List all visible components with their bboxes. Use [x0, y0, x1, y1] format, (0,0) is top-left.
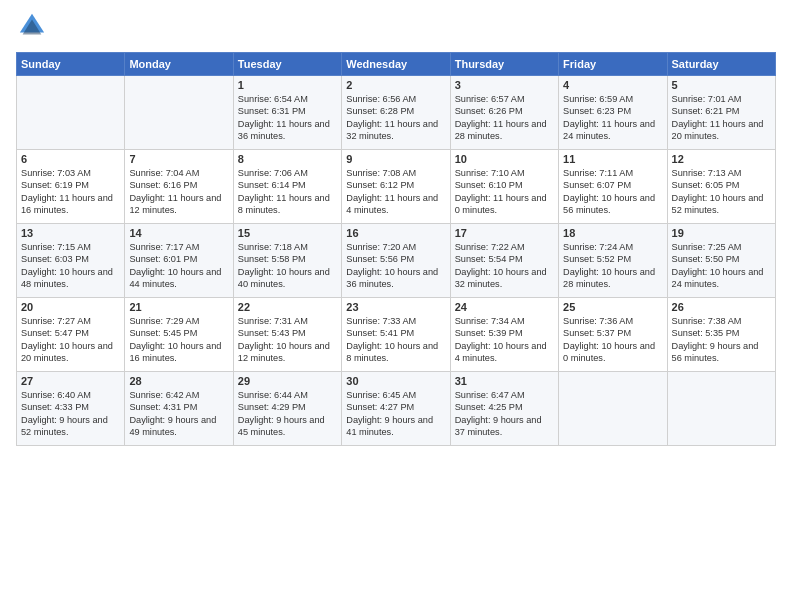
calendar-cell: 18Sunrise: 7:24 AM Sunset: 5:52 PM Dayli…: [559, 224, 667, 298]
day-number: 10: [455, 153, 554, 165]
cell-content: Sunrise: 7:04 AM Sunset: 6:16 PM Dayligh…: [129, 167, 228, 217]
cell-content: Sunrise: 7:22 AM Sunset: 5:54 PM Dayligh…: [455, 241, 554, 291]
day-number: 21: [129, 301, 228, 313]
weekday-header: Monday: [125, 53, 233, 76]
weekday-header: Wednesday: [342, 53, 450, 76]
day-number: 27: [21, 375, 120, 387]
day-number: 18: [563, 227, 662, 239]
calendar-cell: 19Sunrise: 7:25 AM Sunset: 5:50 PM Dayli…: [667, 224, 775, 298]
day-number: 25: [563, 301, 662, 313]
day-number: 15: [238, 227, 337, 239]
cell-content: Sunrise: 6:57 AM Sunset: 6:26 PM Dayligh…: [455, 93, 554, 143]
day-number: 23: [346, 301, 445, 313]
day-number: 13: [21, 227, 120, 239]
cell-content: Sunrise: 7:17 AM Sunset: 6:01 PM Dayligh…: [129, 241, 228, 291]
cell-content: Sunrise: 7:38 AM Sunset: 5:35 PM Dayligh…: [672, 315, 771, 365]
cell-content: Sunrise: 6:45 AM Sunset: 4:27 PM Dayligh…: [346, 389, 445, 439]
cell-content: Sunrise: 6:59 AM Sunset: 6:23 PM Dayligh…: [563, 93, 662, 143]
calendar-cell: 5Sunrise: 7:01 AM Sunset: 6:21 PM Daylig…: [667, 76, 775, 150]
day-number: 22: [238, 301, 337, 313]
cell-content: Sunrise: 7:27 AM Sunset: 5:47 PM Dayligh…: [21, 315, 120, 365]
calendar-cell: 26Sunrise: 7:38 AM Sunset: 5:35 PM Dayli…: [667, 298, 775, 372]
calendar-cell: 6Sunrise: 7:03 AM Sunset: 6:19 PM Daylig…: [17, 150, 125, 224]
calendar-cell: 20Sunrise: 7:27 AM Sunset: 5:47 PM Dayli…: [17, 298, 125, 372]
header: [16, 16, 776, 44]
calendar-cell: 12Sunrise: 7:13 AM Sunset: 6:05 PM Dayli…: [667, 150, 775, 224]
weekday-header: Sunday: [17, 53, 125, 76]
day-number: 8: [238, 153, 337, 165]
day-number: 5: [672, 79, 771, 91]
calendar-cell: 30Sunrise: 6:45 AM Sunset: 4:27 PM Dayli…: [342, 372, 450, 446]
calendar-cell: 29Sunrise: 6:44 AM Sunset: 4:29 PM Dayli…: [233, 372, 341, 446]
calendar-cell: 24Sunrise: 7:34 AM Sunset: 5:39 PM Dayli…: [450, 298, 558, 372]
calendar-cell: 27Sunrise: 6:40 AM Sunset: 4:33 PM Dayli…: [17, 372, 125, 446]
calendar-cell: 7Sunrise: 7:04 AM Sunset: 6:16 PM Daylig…: [125, 150, 233, 224]
cell-content: Sunrise: 7:34 AM Sunset: 5:39 PM Dayligh…: [455, 315, 554, 365]
weekday-header: Saturday: [667, 53, 775, 76]
calendar-cell: 10Sunrise: 7:10 AM Sunset: 6:10 PM Dayli…: [450, 150, 558, 224]
calendar-cell: 16Sunrise: 7:20 AM Sunset: 5:56 PM Dayli…: [342, 224, 450, 298]
calendar-cell: 4Sunrise: 6:59 AM Sunset: 6:23 PM Daylig…: [559, 76, 667, 150]
cell-content: Sunrise: 7:01 AM Sunset: 6:21 PM Dayligh…: [672, 93, 771, 143]
day-number: 3: [455, 79, 554, 91]
cell-content: Sunrise: 7:06 AM Sunset: 6:14 PM Dayligh…: [238, 167, 337, 217]
calendar-cell: [559, 372, 667, 446]
cell-content: Sunrise: 7:15 AM Sunset: 6:03 PM Dayligh…: [21, 241, 120, 291]
calendar-cell: 31Sunrise: 6:47 AM Sunset: 4:25 PM Dayli…: [450, 372, 558, 446]
cell-content: Sunrise: 7:10 AM Sunset: 6:10 PM Dayligh…: [455, 167, 554, 217]
day-number: 29: [238, 375, 337, 387]
calendar-cell: 21Sunrise: 7:29 AM Sunset: 5:45 PM Dayli…: [125, 298, 233, 372]
calendar-cell: 22Sunrise: 7:31 AM Sunset: 5:43 PM Dayli…: [233, 298, 341, 372]
calendar-cell: 23Sunrise: 7:33 AM Sunset: 5:41 PM Dayli…: [342, 298, 450, 372]
calendar-week-row: 20Sunrise: 7:27 AM Sunset: 5:47 PM Dayli…: [17, 298, 776, 372]
calendar-cell: [125, 76, 233, 150]
day-number: 24: [455, 301, 554, 313]
calendar-week-row: 13Sunrise: 7:15 AM Sunset: 6:03 PM Dayli…: [17, 224, 776, 298]
day-number: 14: [129, 227, 228, 239]
day-number: 28: [129, 375, 228, 387]
weekday-header: Friday: [559, 53, 667, 76]
cell-content: Sunrise: 7:24 AM Sunset: 5:52 PM Dayligh…: [563, 241, 662, 291]
cell-content: Sunrise: 7:18 AM Sunset: 5:58 PM Dayligh…: [238, 241, 337, 291]
cell-content: Sunrise: 6:40 AM Sunset: 4:33 PM Dayligh…: [21, 389, 120, 439]
cell-content: Sunrise: 7:36 AM Sunset: 5:37 PM Dayligh…: [563, 315, 662, 365]
cell-content: Sunrise: 7:08 AM Sunset: 6:12 PM Dayligh…: [346, 167, 445, 217]
day-number: 4: [563, 79, 662, 91]
calendar-table: SundayMondayTuesdayWednesdayThursdayFrid…: [16, 52, 776, 446]
cell-content: Sunrise: 7:11 AM Sunset: 6:07 PM Dayligh…: [563, 167, 662, 217]
day-number: 2: [346, 79, 445, 91]
day-number: 1: [238, 79, 337, 91]
cell-content: Sunrise: 6:54 AM Sunset: 6:31 PM Dayligh…: [238, 93, 337, 143]
weekday-header: Thursday: [450, 53, 558, 76]
cell-content: Sunrise: 7:31 AM Sunset: 5:43 PM Dayligh…: [238, 315, 337, 365]
cell-content: Sunrise: 7:33 AM Sunset: 5:41 PM Dayligh…: [346, 315, 445, 365]
calendar-week-row: 27Sunrise: 6:40 AM Sunset: 4:33 PM Dayli…: [17, 372, 776, 446]
day-number: 20: [21, 301, 120, 313]
day-number: 16: [346, 227, 445, 239]
day-number: 30: [346, 375, 445, 387]
day-number: 26: [672, 301, 771, 313]
day-number: 19: [672, 227, 771, 239]
calendar-header-row: SundayMondayTuesdayWednesdayThursdayFrid…: [17, 53, 776, 76]
day-number: 31: [455, 375, 554, 387]
calendar-body: 1Sunrise: 6:54 AM Sunset: 6:31 PM Daylig…: [17, 76, 776, 446]
calendar-cell: 8Sunrise: 7:06 AM Sunset: 6:14 PM Daylig…: [233, 150, 341, 224]
day-number: 6: [21, 153, 120, 165]
cell-content: Sunrise: 6:56 AM Sunset: 6:28 PM Dayligh…: [346, 93, 445, 143]
cell-content: Sunrise: 6:42 AM Sunset: 4:31 PM Dayligh…: [129, 389, 228, 439]
calendar-cell: 15Sunrise: 7:18 AM Sunset: 5:58 PM Dayli…: [233, 224, 341, 298]
calendar-cell: 17Sunrise: 7:22 AM Sunset: 5:54 PM Dayli…: [450, 224, 558, 298]
calendar-cell: [667, 372, 775, 446]
calendar-cell: 3Sunrise: 6:57 AM Sunset: 6:26 PM Daylig…: [450, 76, 558, 150]
cell-content: Sunrise: 7:25 AM Sunset: 5:50 PM Dayligh…: [672, 241, 771, 291]
day-number: 17: [455, 227, 554, 239]
day-number: 11: [563, 153, 662, 165]
logo-icon: [18, 12, 46, 40]
calendar-cell: 13Sunrise: 7:15 AM Sunset: 6:03 PM Dayli…: [17, 224, 125, 298]
calendar-week-row: 6Sunrise: 7:03 AM Sunset: 6:19 PM Daylig…: [17, 150, 776, 224]
calendar-cell: 28Sunrise: 6:42 AM Sunset: 4:31 PM Dayli…: [125, 372, 233, 446]
page: SundayMondayTuesdayWednesdayThursdayFrid…: [0, 0, 792, 454]
weekday-header: Tuesday: [233, 53, 341, 76]
calendar-cell: 1Sunrise: 6:54 AM Sunset: 6:31 PM Daylig…: [233, 76, 341, 150]
calendar-week-row: 1Sunrise: 6:54 AM Sunset: 6:31 PM Daylig…: [17, 76, 776, 150]
